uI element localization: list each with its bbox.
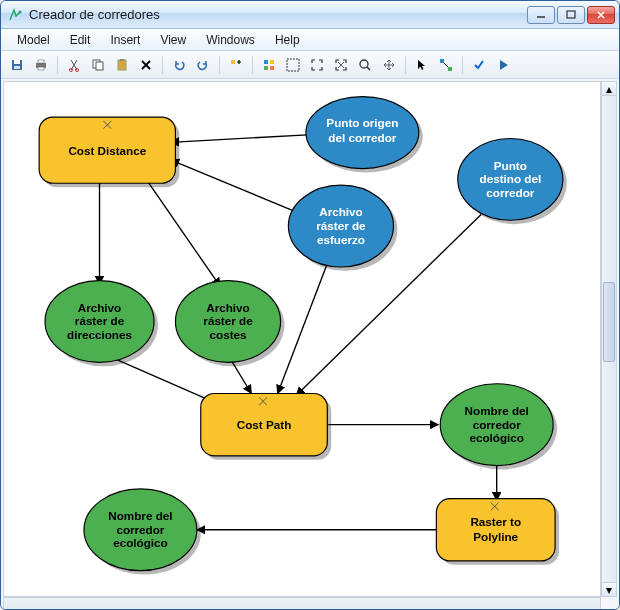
menu-view[interactable]: View <box>150 31 196 49</box>
edge-esfuerzo-to-costdistance <box>171 160 307 216</box>
window-controls <box>527 6 615 24</box>
svg-rect-23 <box>440 59 444 63</box>
svg-line-22 <box>367 67 370 70</box>
node-punto-destino[interactable]: Punto destino del corredor <box>458 138 567 224</box>
delete-icon[interactable] <box>136 55 156 75</box>
zoom-extent-icon[interactable] <box>331 55 351 75</box>
toolbar-separator <box>405 56 406 74</box>
node-label-line2: destino del <box>480 172 542 185</box>
minimize-button[interactable] <box>527 6 555 24</box>
svg-line-25 <box>444 63 448 67</box>
horizontal-scrollbar[interactable] <box>3 597 601 610</box>
node-label-line2: ráster de <box>316 219 366 232</box>
menu-windows[interactable]: Windows <box>196 31 265 49</box>
connect-icon[interactable] <box>436 55 456 75</box>
paste-icon[interactable] <box>112 55 132 75</box>
app-window: Creador de corredores Model Edit Insert … <box>0 0 620 610</box>
svg-rect-7 <box>38 60 44 63</box>
diagram-svg: Cost Distance Punto origen del corredor … <box>4 82 600 596</box>
node-nombre-corredor-1[interactable]: Nombre del corredor ecológico <box>440 384 557 470</box>
svg-rect-13 <box>118 60 126 70</box>
svg-rect-4 <box>14 60 20 64</box>
svg-rect-20 <box>287 59 299 71</box>
node-label-line2: corredor <box>473 418 521 431</box>
copy-icon[interactable] <box>88 55 108 75</box>
edge-origen-to-costdistance <box>171 135 312 143</box>
close-button[interactable] <box>587 6 615 24</box>
svg-rect-17 <box>270 60 274 64</box>
node-label-line2: ráster de <box>203 314 253 327</box>
node-label-line3: ecológico <box>113 536 167 549</box>
menu-insert[interactable]: Insert <box>100 31 150 49</box>
node-label-line3: ecológico <box>469 431 523 444</box>
toolbar-separator <box>462 56 463 74</box>
window-title: Creador de corredores <box>29 7 527 22</box>
print-icon[interactable] <box>31 55 51 75</box>
node-label-line3: esfuerzo <box>317 233 365 246</box>
node-label-line1: Nombre del <box>465 404 529 417</box>
node-label-line1: Archivo <box>78 301 121 314</box>
redo-icon[interactable] <box>193 55 213 75</box>
node-label-line1: Nombre del <box>108 509 172 522</box>
toolbar-separator <box>162 56 163 74</box>
svg-rect-19 <box>270 66 274 70</box>
app-icon <box>7 7 23 23</box>
edge-costdistance-to-costes <box>146 179 220 286</box>
scroll-up-icon[interactable]: ▴ <box>602 82 616 96</box>
toolbar-separator <box>219 56 220 74</box>
undo-icon[interactable] <box>169 55 189 75</box>
svg-point-0 <box>19 10 22 13</box>
run-icon[interactable] <box>493 55 513 75</box>
menu-edit[interactable]: Edit <box>60 31 101 49</box>
pan-icon[interactable] <box>379 55 399 75</box>
node-punto-origen[interactable]: Punto origen del corredor <box>306 97 423 173</box>
node-label-line2: ráster de <box>75 314 125 327</box>
node-label-line2: corredor <box>116 523 164 536</box>
menu-help[interactable]: Help <box>265 31 310 49</box>
node-archivo-esfuerzo[interactable]: Archivo ráster de esfuerzo <box>288 185 397 271</box>
node-cost-distance[interactable]: Cost Distance <box>39 117 179 187</box>
svg-point-21 <box>360 60 368 68</box>
node-archivo-direcciones[interactable]: Archivo ráster de direcciones <box>45 281 158 367</box>
node-label-line3: corredor <box>486 186 534 199</box>
svg-rect-12 <box>96 62 103 70</box>
svg-rect-8 <box>38 67 44 70</box>
maximize-button[interactable] <box>557 6 585 24</box>
node-label: Cost Path <box>237 418 291 431</box>
menu-model[interactable]: Model <box>7 31 60 49</box>
node-label-line1: Punto <box>494 159 527 172</box>
svg-rect-15 <box>231 60 235 64</box>
node-nombre-corredor-2[interactable]: Nombre del corredor ecológico <box>84 489 201 575</box>
save-icon[interactable] <box>7 55 27 75</box>
toolbar-separator <box>252 56 253 74</box>
validate-icon[interactable] <box>469 55 489 75</box>
node-cost-path[interactable]: Cost Path <box>201 394 331 460</box>
scroll-down-icon[interactable]: ▾ <box>602 582 616 596</box>
svg-rect-2 <box>567 11 575 18</box>
pointer-icon[interactable] <box>412 55 432 75</box>
node-label-line3: direcciones <box>67 328 132 341</box>
node-raster-to-polyline[interactable]: Raster to Polyline <box>436 499 559 565</box>
node-label-line1: Archivo <box>206 301 249 314</box>
svg-rect-5 <box>14 66 20 69</box>
canvas-area: Cost Distance Punto origen del corredor … <box>1 79 619 610</box>
model-canvas[interactable]: Cost Distance Punto origen del corredor … <box>3 81 601 597</box>
scroll-thumb[interactable] <box>603 282 615 362</box>
node-label-line1: Raster to <box>470 515 521 528</box>
fit-icon[interactable] <box>307 55 327 75</box>
node-label-line3: costes <box>210 328 247 341</box>
add-icon[interactable] <box>226 55 246 75</box>
toolbar <box>1 51 619 79</box>
node-archivo-costes[interactable]: Archivo ráster de costes <box>175 281 284 367</box>
select-all-icon[interactable] <box>283 55 303 75</box>
edge-esfuerzo-to-costpath <box>278 253 332 393</box>
svg-rect-14 <box>120 59 124 61</box>
cut-icon[interactable] <box>64 55 84 75</box>
node-label: Cost Distance <box>68 144 146 157</box>
vertical-scrollbar[interactable]: ▴ ▾ <box>601 81 617 597</box>
node-label-line1: Punto origen <box>326 116 398 129</box>
menu-bar: Model Edit Insert View Windows Help <box>1 29 619 51</box>
svg-rect-16 <box>264 60 268 64</box>
grid-icon[interactable] <box>259 55 279 75</box>
zoom-in-icon[interactable] <box>355 55 375 75</box>
